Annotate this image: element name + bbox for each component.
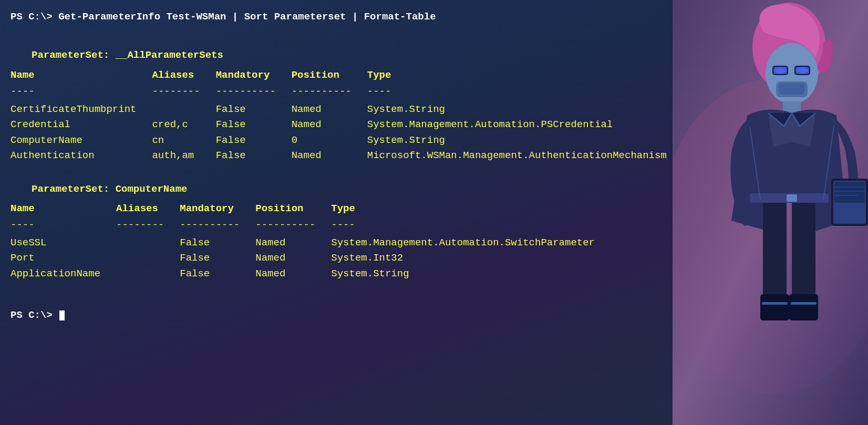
- terminal-main: PS C:\> Get-ParameterInfo Test-WSMan | S…: [0, 0, 673, 425]
- cell-mandatory: False: [180, 251, 255, 266]
- cell-name: UseSSL: [11, 235, 116, 251]
- col-header-position-1: Position: [292, 68, 367, 84]
- svg-rect-17: [763, 200, 787, 305]
- table-row: Authentication auth,am False Named Micro…: [11, 148, 683, 163]
- table-row: CertificateThumbprint False Named System…: [11, 102, 683, 117]
- cell-mandatory: False: [180, 266, 255, 282]
- cell-position: Named: [255, 266, 331, 282]
- svg-rect-18: [792, 200, 815, 305]
- col-header-aliases-2: Aliases: [116, 201, 180, 217]
- cell-mandatory: False: [216, 148, 292, 163]
- param-table-1: Name Aliases Mandatory Position Type ---…: [11, 68, 683, 164]
- divider-mandatory-2: ----------: [180, 217, 255, 235]
- divider-mandatory-1: ----------: [216, 84, 292, 101]
- cell-type: Microsoft.WSMan.Management.Authenticatio…: [367, 148, 683, 163]
- command-line: PS C:\> Get-ParameterInfo Test-WSMan | S…: [11, 9, 662, 25]
- sidebar-decoration: [673, 0, 868, 425]
- svg-rect-24: [787, 194, 797, 202]
- svg-rect-9: [779, 83, 805, 95]
- cell-type: System.Management.Automation.SwitchParam…: [331, 235, 611, 251]
- divider-row-2: ---- -------- ---------- ---------- ----: [11, 217, 611, 235]
- cell-aliases: [116, 266, 180, 282]
- cell-name: Credential: [11, 117, 152, 132]
- svg-point-27: [774, 67, 787, 74]
- svg-point-28: [796, 67, 809, 74]
- divider-type-2: ----: [331, 217, 611, 235]
- param-table-2: Name Aliases Mandatory Position Type ---…: [11, 201, 611, 282]
- prompt-text: PS C:\>: [11, 309, 53, 321]
- col-header-position-2: Position: [255, 201, 331, 217]
- table-row: ComputerName cn False 0 System.String: [11, 133, 683, 148]
- svg-rect-22: [791, 302, 817, 305]
- svg-rect-21: [762, 302, 788, 305]
- table-row: Credential cred,c False Named System.Man…: [11, 117, 683, 132]
- cell-mandatory: False: [180, 235, 255, 251]
- cell-position: Named: [292, 117, 367, 132]
- cell-position: Named: [255, 251, 331, 266]
- cell-name: Port: [11, 251, 116, 266]
- cell-name: ApplicationName: [11, 266, 116, 282]
- col-header-type-2: Type: [331, 201, 611, 217]
- table-header-row-2: Name Aliases Mandatory Position Type: [11, 201, 611, 217]
- cell-mandatory: False: [216, 102, 292, 117]
- col-header-name-2: Name: [11, 201, 116, 217]
- cell-position: Named: [292, 102, 367, 117]
- divider-position-2: ----------: [255, 217, 331, 235]
- svg-rect-20: [789, 294, 818, 320]
- terminal-text: PS C:\> Get-ParameterInfo Test-WSMan | S…: [0, 0, 673, 333]
- cell-aliases: [152, 102, 215, 117]
- cell-name: Authentication: [11, 148, 152, 163]
- divider-aliases-1: --------: [152, 84, 215, 101]
- cell-name: ComputerName: [11, 133, 152, 148]
- cell-type: System.Management.Automation.PSCredentia…: [367, 117, 683, 132]
- cell-aliases: cred,c: [152, 117, 215, 132]
- divider-name-2: ----: [11, 217, 116, 235]
- divider-position-1: ----------: [292, 84, 367, 101]
- cell-aliases: [116, 251, 180, 266]
- cell-position: Named: [255, 235, 331, 251]
- command-text: PS C:\> Get-ParameterInfo Test-WSMan | S…: [11, 11, 436, 23]
- col-header-type-1: Type: [367, 68, 683, 84]
- cell-type: System.Int32: [331, 251, 611, 266]
- col-header-mandatory-2: Mandatory: [180, 201, 255, 217]
- prompt-line[interactable]: PS C:\>: [11, 308, 662, 323]
- col-header-mandatory-1: Mandatory: [216, 68, 292, 84]
- cell-aliases: auth,am: [152, 148, 215, 163]
- divider-name-1: ----: [11, 84, 152, 101]
- divider-aliases-2: --------: [116, 217, 180, 235]
- cell-position: 0: [292, 133, 367, 148]
- svg-rect-13: [834, 182, 865, 203]
- cursor-blink: [59, 310, 65, 320]
- section-header-1: ParameterSet: __AllParameterSets: [32, 48, 662, 63]
- cell-type: System.String: [367, 102, 683, 117]
- table-row: Port False Named System.Int32: [11, 251, 611, 266]
- divider-row-1: ---- -------- ---------- ---------- ----: [11, 84, 683, 101]
- col-header-aliases-1: Aliases: [152, 68, 215, 84]
- svg-rect-19: [760, 294, 789, 320]
- divider-type-1: ----: [367, 84, 683, 101]
- cell-mandatory: False: [216, 133, 292, 148]
- table-row: UseSSL False Named System.Management.Aut…: [11, 235, 611, 251]
- character-illustration: [673, 0, 868, 425]
- cell-type: System.String: [331, 266, 611, 282]
- cell-type: System.String: [367, 133, 683, 148]
- terminal-container: PS C:\> Get-ParameterInfo Test-WSMan | S…: [0, 0, 868, 425]
- cell-name: CertificateThumbprint: [11, 102, 152, 117]
- col-header-name-1: Name: [11, 68, 152, 84]
- cell-mandatory: False: [216, 117, 292, 132]
- table-header-row-1: Name Aliases Mandatory Position Type: [11, 68, 683, 84]
- cell-aliases: cn: [152, 133, 215, 148]
- section-header-2: ParameterSet: ComputerName: [32, 182, 662, 197]
- cell-aliases: [116, 235, 180, 251]
- table-row: ApplicationName False Named System.Strin…: [11, 266, 611, 282]
- cell-position: Named: [292, 148, 367, 163]
